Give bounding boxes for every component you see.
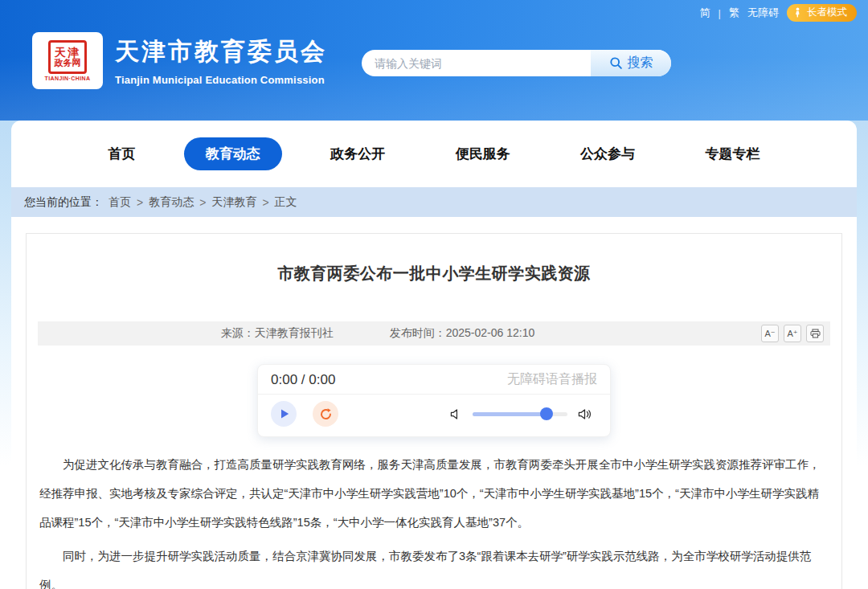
site-header: 简 | 繁 无障碍 长者模式 天津 政务网 TIANJIN·CHINA 天津市教… (0, 0, 868, 121)
publish-time-value: 2025-02-06 12:10 (446, 326, 535, 339)
source-label: 来源： (221, 326, 255, 339)
nav-item-public-participation[interactable]: 公众参与 (559, 137, 657, 170)
breadcrumb-label: 您当前的位置： (24, 195, 103, 210)
breadcrumb-home[interactable]: 首页 (108, 195, 131, 210)
play-button[interactable] (271, 401, 297, 427)
breadcrumb-separator: > (262, 196, 268, 209)
site-logo: 天津 政务网 TIANJIN·CHINA (32, 32, 103, 89)
lang-divider: | (719, 7, 721, 19)
lang-simplified[interactable]: 简 (700, 6, 710, 20)
site-subtitle: Tianjin Municipal Education Commission (115, 74, 327, 86)
search-button[interactable]: 搜索 (591, 50, 671, 76)
volume-slider[interactable] (473, 412, 567, 416)
elder-mode-button[interactable]: 长者模式 (787, 4, 857, 22)
player-controls (258, 394, 610, 436)
breadcrumb-tianjin-education[interactable]: 天津教育 (211, 195, 256, 210)
article-title: 市教育两委公布一批中小学生研学实践资源 (38, 263, 830, 284)
player-caption: 无障碍语音播报 (507, 371, 597, 388)
seal-text-top: 天津 (55, 47, 80, 59)
utility-bar: 简 | 繁 无障碍 长者模式 (700, 4, 857, 22)
article-body: 为促进文化传承与教育融合，打造高质量研学实践教育网络，服务天津高质量发展，市教育… (38, 450, 830, 589)
article-tools: A⁻ A⁺ (761, 325, 824, 342)
volume-down-icon[interactable] (450, 408, 462, 420)
breadcrumb: 您当前的位置： 首页 > 教育动态 > 天津教育 > 正文 (11, 187, 857, 217)
accessibility-link[interactable]: 无障碍 (747, 6, 779, 20)
volume-slider-fill (473, 412, 547, 416)
article-area: 市教育两委公布一批中小学生研学实践资源 来源：天津教育报刊社 发布时间：2025… (11, 217, 857, 589)
seal-text-bottom: 政务网 (55, 59, 81, 68)
elder-mode-label: 长者模式 (807, 6, 847, 19)
nav-item-public-services[interactable]: 便民服务 (434, 137, 532, 170)
nav-item-special-columns[interactable]: 专题专栏 (684, 137, 782, 170)
search-bar: 搜索 (362, 50, 671, 76)
volume-controls (450, 408, 592, 420)
player-header: 0:00 / 0:00 无障碍语音播报 (258, 365, 610, 394)
main-nav: 首页 教育动态 政务公开 便民服务 公众参与 专题专栏 (11, 121, 857, 187)
breadcrumb-separator: > (137, 196, 143, 209)
logo-caption: TIANJIN·CHINA (45, 76, 91, 81)
play-icon (279, 408, 290, 419)
font-increase-button[interactable]: A⁺ (784, 325, 801, 342)
volume-slider-knob[interactable] (540, 407, 553, 420)
article-box: 市教育两委公布一批中小学生研学实践资源 来源：天津教育报刊社 发布时间：2025… (26, 233, 842, 589)
volume-up-icon[interactable] (578, 408, 592, 420)
breadcrumb-current: 正文 (275, 195, 297, 210)
breadcrumb-separator: > (199, 196, 206, 209)
site-title-block: 天津市教育委员会 Tianjin Municipal Education Com… (115, 35, 327, 86)
article-source: 来源：天津教育报刊社 (221, 326, 334, 341)
print-button[interactable] (806, 325, 824, 342)
nav-item-gov-disclosure[interactable]: 政务公开 (309, 137, 407, 170)
site-title: 天津市教育委员会 (115, 35, 327, 68)
audio-player: 0:00 / 0:00 无障碍语音播报 (257, 364, 611, 437)
elder-person-icon (792, 7, 803, 18)
seal-icon: 天津 政务网 (48, 40, 87, 74)
print-icon (810, 329, 821, 338)
breadcrumb-education-news[interactable]: 教育动态 (149, 195, 194, 210)
search-button-label: 搜索 (628, 55, 653, 72)
source-value: 天津教育报刊社 (255, 326, 334, 339)
publish-time-label: 发布时间： (390, 326, 446, 339)
replay-button[interactable] (313, 401, 338, 427)
search-icon (609, 56, 623, 70)
nav-item-home[interactable]: 首页 (86, 137, 157, 170)
article-meta-bar: 来源：天津教育报刊社 发布时间：2025-02-06 12:10 A⁻ A⁺ (38, 321, 830, 346)
replay-icon (319, 407, 333, 421)
paragraph: 同时，为进一步提升研学实践活动质量，结合京津冀协同发展，市教委发布了3条“跟着课… (39, 542, 829, 589)
search-input[interactable] (362, 50, 591, 76)
font-decrease-button[interactable]: A⁻ (761, 325, 779, 342)
lang-traditional[interactable]: 繁 (729, 6, 739, 20)
content-card: 首页 教育动态 政务公开 便民服务 公众参与 专题专栏 您当前的位置： 首页 >… (11, 121, 857, 589)
article-publish-time: 发布时间：2025-02-06 12:10 (390, 326, 535, 341)
paragraph: 为促进文化传承与教育融合，打造高质量研学实践教育网络，服务天津高质量发展，市教育… (39, 450, 829, 537)
player-time: 0:00 / 0:00 (271, 372, 335, 388)
nav-item-education-news[interactable]: 教育动态 (184, 137, 282, 170)
site-brand[interactable]: 天津 政务网 TIANJIN·CHINA 天津市教育委员会 Tianjin Mu… (32, 32, 327, 89)
